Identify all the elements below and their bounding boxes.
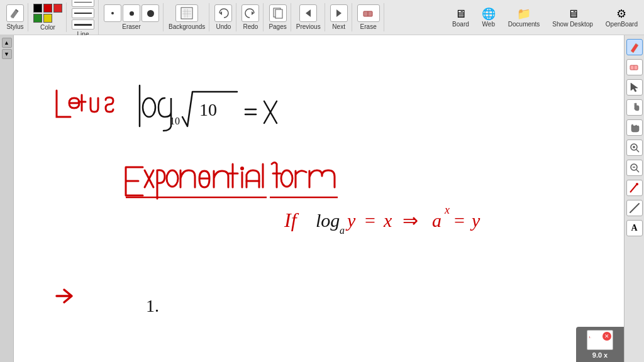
svg-text:a: a <box>432 210 441 231</box>
line-draw-button[interactable] <box>626 200 643 216</box>
color-black[interactable] <box>33 4 42 13</box>
next-button[interactable] <box>330 4 348 22</box>
line-medium[interactable] <box>72 8 94 18</box>
zoom-in-button[interactable] <box>626 140 643 156</box>
undo-label: Undo <box>216 23 231 30</box>
svg-text:=: = <box>365 210 375 231</box>
eraser-medium[interactable] <box>123 4 140 22</box>
svg-text:x: x <box>383 210 392 231</box>
svg-text:y: y <box>345 210 356 231</box>
text-equals-x <box>245 101 277 123</box>
svg-point-20 <box>281 170 292 187</box>
color-red2[interactable] <box>53 4 62 13</box>
undo-button[interactable] <box>214 4 232 22</box>
svg-text:1.: 1. <box>589 336 591 339</box>
svg-point-19 <box>240 167 244 170</box>
text-one-dot: 1. <box>146 296 159 315</box>
openboard-button[interactable]: ⚙ OpenBoard <box>602 6 641 29</box>
svg-rect-10 <box>275 9 282 18</box>
previous-label: Previous <box>296 23 321 30</box>
show-desktop-button[interactable]: 🖥 Show Desktop <box>548 6 596 29</box>
svg-line-46 <box>630 185 636 192</box>
pages-group: Pages <box>265 3 291 31</box>
board-button[interactable]: 🖥 Board <box>448 6 473 29</box>
svg-text:10: 10 <box>199 100 217 119</box>
redo-button[interactable] <box>242 4 259 22</box>
svg-marker-38 <box>631 83 638 92</box>
text-tool-label: A <box>631 223 637 233</box>
svg-text:x: x <box>444 204 450 216</box>
stylus-group: Stylus <box>3 3 28 31</box>
hand-pointer-button[interactable] <box>626 99 643 116</box>
previous-button[interactable] <box>299 4 317 22</box>
main-area: ▲ ▼ <box>0 35 644 362</box>
text-let-us <box>57 90 113 117</box>
color-yellow[interactable] <box>43 14 52 23</box>
canvas-area[interactable]: 10 10 <box>14 35 624 362</box>
svg-marker-11 <box>306 9 311 17</box>
svg-rect-2 <box>182 9 191 18</box>
stylus-button[interactable] <box>6 4 24 22</box>
svg-text:1.: 1. <box>146 296 159 315</box>
left-sidebar: ▲ ▼ <box>0 35 14 362</box>
eraser-label: Eraser <box>122 23 140 30</box>
zoom-preview: ✕ 1. <box>587 330 613 350</box>
undo-group: Undo <box>211 3 236 31</box>
text-exponential-form <box>126 163 338 199</box>
next-group: Next <box>326 3 352 31</box>
backgrounds-group: Backgrounds <box>165 3 209 31</box>
main-toolbar: Stylus Color Line <box>0 0 644 35</box>
canvas-svg: 10 10 <box>14 35 624 362</box>
color-group: Color <box>30 3 67 32</box>
toolbar-right: 🖥 Board 🌐 Web 📁 Documents 🖥 Show Desktop… <box>448 6 641 29</box>
zoom-close-button[interactable]: ✕ <box>602 332 611 341</box>
svg-line-45 <box>636 170 639 172</box>
backgrounds-button[interactable] <box>175 4 198 22</box>
line-group: Line <box>68 0 99 39</box>
zoom-box: ✕ 1. 9.0 x <box>576 327 624 362</box>
svg-text:=: = <box>454 210 465 231</box>
text-subscript-10: 10 <box>170 116 180 126</box>
text-log <box>140 85 171 131</box>
svg-text:10: 10 <box>170 116 180 126</box>
redo-label: Redo <box>243 23 258 30</box>
sidebar-arrow-up[interactable]: ▲ <box>2 38 12 48</box>
grab-tool-button[interactable] <box>626 119 643 136</box>
svg-line-42 <box>636 150 639 152</box>
eraser-group: Eraser <box>100 3 164 31</box>
zoom-label: 9.0 x <box>592 351 608 359</box>
sidebar-arrow-down[interactable]: ▼ <box>2 49 12 59</box>
erase-group: Erase <box>353 3 384 31</box>
pages-label: Pages <box>269 23 286 30</box>
svg-text:log: log <box>316 210 340 231</box>
color-green[interactable] <box>33 14 42 23</box>
previous-group: Previous <box>292 3 325 31</box>
svg-text:⇒: ⇒ <box>402 210 418 231</box>
svg-point-15 <box>143 98 155 117</box>
eraser-small[interactable] <box>104 4 121 22</box>
pages-button[interactable] <box>269 4 287 22</box>
svg-text:If: If <box>284 209 299 231</box>
text-sqrt10: 10 <box>182 92 237 126</box>
web-button[interactable]: 🌐 Web <box>478 6 499 29</box>
pointer-tool-button[interactable] <box>626 79 643 96</box>
color-red1[interactable] <box>43 4 52 13</box>
svg-point-18 <box>167 170 178 187</box>
zoom-out-button[interactable] <box>626 160 643 176</box>
text-tool-button[interactable]: A <box>626 220 643 236</box>
pen-tool-button[interactable] <box>626 39 643 55</box>
right-sidebar: A <box>624 35 644 362</box>
svg-line-48 <box>630 204 639 212</box>
svg-point-47 <box>636 183 638 185</box>
backgrounds-label: Backgrounds <box>169 23 205 30</box>
line-thick[interactable] <box>72 19 94 30</box>
documents-button[interactable]: 📁 Documents <box>504 6 544 29</box>
laser-pointer-button[interactable] <box>626 180 643 196</box>
eraser-large[interactable] <box>142 4 159 22</box>
line-thin[interactable] <box>72 0 94 7</box>
erase-label: Erase <box>360 23 377 30</box>
text-if-log-formula: If log a y = x ⇒ a x = y <box>284 204 480 236</box>
eraser-tool-button[interactable] <box>626 59 643 75</box>
erase-button[interactable] <box>357 4 380 22</box>
redo-group: Redo <box>238 3 264 31</box>
